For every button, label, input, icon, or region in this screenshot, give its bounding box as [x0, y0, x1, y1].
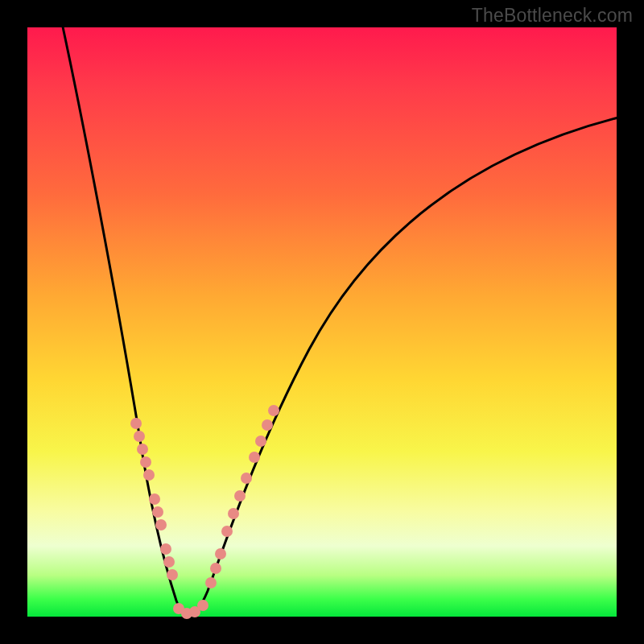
svg-point-19: [228, 508, 239, 519]
svg-point-0: [130, 418, 142, 429]
marker-cluster-right-mid: [221, 473, 252, 537]
svg-point-21: [241, 473, 252, 484]
chart-frame: TheBottleneck.com: [0, 0, 644, 644]
svg-point-25: [268, 405, 279, 416]
svg-point-16: [210, 563, 221, 574]
svg-point-6: [152, 506, 163, 518]
svg-point-20: [234, 490, 246, 502]
svg-point-10: [167, 569, 178, 580]
svg-point-23: [255, 436, 266, 447]
svg-point-3: [140, 456, 151, 468]
chart-svg: [27, 27, 617, 617]
svg-point-18: [221, 526, 233, 537]
svg-point-4: [143, 469, 155, 481]
svg-point-2: [137, 444, 148, 455]
marker-cluster-right-lower: [205, 548, 226, 588]
marker-cluster-bottom: [173, 600, 208, 619]
svg-point-15: [205, 577, 217, 588]
svg-point-1: [134, 431, 145, 442]
bottleneck-curve: [61, 19, 625, 615]
svg-point-7: [155, 519, 167, 530]
marker-cluster-left-mid: [149, 493, 167, 530]
svg-point-22: [249, 452, 260, 463]
marker-cluster-left-upper: [130, 418, 155, 481]
marker-cluster-right-upper: [249, 405, 279, 463]
watermark-text: TheBottleneck.com: [472, 5, 633, 27]
marker-cluster-left-lower: [160, 543, 178, 580]
svg-point-8: [160, 543, 171, 555]
svg-point-14: [197, 600, 208, 611]
svg-point-9: [163, 556, 175, 568]
svg-point-17: [215, 548, 226, 559]
svg-point-5: [149, 493, 160, 505]
svg-point-24: [262, 419, 273, 431]
plot-area: [27, 27, 617, 617]
